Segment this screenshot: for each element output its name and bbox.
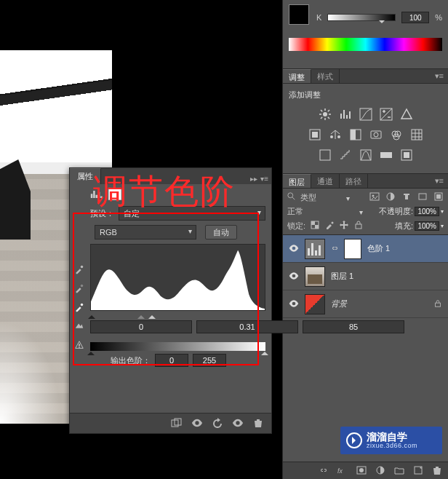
output-white-field[interactable] <box>193 354 226 367</box>
black-eyedropper-icon[interactable] <box>74 264 84 276</box>
sample-icon[interactable] <box>74 321 84 333</box>
layer-lock-icon[interactable] <box>433 299 442 309</box>
layer-row-bg[interactable]: 背景 <box>283 290 448 318</box>
properties-tab[interactable]: 属性 <box>70 168 101 184</box>
input-gamma-field[interactable] <box>196 320 298 333</box>
layer-row-levels[interactable]: 色阶 1 <box>283 235 448 263</box>
layer-thumb-bg[interactable] <box>305 294 325 314</box>
visibility-toggle[interactable] <box>289 272 299 282</box>
posterize-icon[interactable] <box>339 149 352 163</box>
input-white-field[interactable] <box>303 320 404 333</box>
panel-menu-icon[interactable]: ▾≡ <box>260 175 268 183</box>
k-slider[interactable] <box>327 14 396 21</box>
warning-icon <box>74 340 84 352</box>
fx-icon[interactable]: fx <box>337 465 348 477</box>
panel-collapse-icon[interactable]: ▸▸ <box>250 175 257 183</box>
adjust-panel-menu-icon[interactable]: ▾≡ <box>431 69 448 83</box>
background-swatch[interactable] <box>294 9 314 30</box>
adjustment-layer-icon[interactable] <box>375 465 385 477</box>
histogram <box>90 244 265 311</box>
layers-panel-menu-icon[interactable]: ▾≡ <box>431 174 448 188</box>
fill-field[interactable] <box>415 221 439 231</box>
foreground-swatch[interactable] <box>289 4 309 25</box>
gray-eyedropper-icon[interactable] <box>74 283 84 295</box>
tab-channels[interactable]: 通道 <box>311 174 340 188</box>
exposure-icon[interactable] <box>380 108 393 122</box>
clip-icon[interactable] <box>171 418 183 429</box>
trash-icon[interactable] <box>252 418 264 429</box>
opacity-field[interactable] <box>415 207 439 216</box>
layer-row-1[interactable]: 图层 1 <box>283 263 448 290</box>
lock-all-icon[interactable] <box>353 220 364 231</box>
visibility-icon[interactable] <box>232 418 244 429</box>
brightness-icon[interactable] <box>319 108 332 122</box>
delete-layer-icon[interactable] <box>432 465 442 477</box>
new-layer-icon[interactable] <box>413 465 423 477</box>
auto-button[interactable]: 自动 <box>205 225 237 239</box>
channelmixer-icon[interactable] <box>390 128 403 143</box>
svg-point-25 <box>374 132 378 137</box>
bw-icon[interactable] <box>349 128 362 143</box>
tab-styles[interactable]: 样式 <box>311 69 340 83</box>
vibrance-icon[interactable] <box>400 108 413 122</box>
spectrum-bar[interactable] <box>289 38 442 51</box>
input-black-field[interactable] <box>90 320 192 333</box>
filter-image-icon[interactable] <box>369 191 380 203</box>
white-eyedropper-icon[interactable] <box>74 302 84 314</box>
lock-trans-icon[interactable] <box>310 220 320 231</box>
reset-icon[interactable] <box>212 418 223 429</box>
lock-paint-icon[interactable] <box>324 220 335 231</box>
output-gradient[interactable] <box>90 342 265 351</box>
link-layers-icon[interactable] <box>319 465 329 477</box>
photofilter-icon[interactable] <box>369 128 383 143</box>
blend-mode-select[interactable]: 正常 <box>287 206 367 217</box>
levels-icon <box>90 189 105 202</box>
layer-name[interactable]: 色阶 1 <box>367 243 390 254</box>
input-white-handle[interactable] <box>148 312 156 319</box>
group-icon[interactable] <box>394 465 404 477</box>
visibility-toggle[interactable] <box>289 244 299 254</box>
colorlookup-icon[interactable] <box>410 128 423 143</box>
lock-move-icon[interactable] <box>339 220 349 231</box>
input-slider-track[interactable] <box>90 310 265 319</box>
k-value[interactable] <box>401 12 429 23</box>
invert-icon[interactable] <box>319 149 332 163</box>
layer-thumb-levels[interactable] <box>305 239 325 259</box>
layer-mask-thumb[interactable] <box>344 239 361 259</box>
preset-select[interactable]: 自定 <box>119 206 265 221</box>
mask-thumb-icon[interactable] <box>108 189 122 202</box>
output-black-field[interactable] <box>155 354 188 367</box>
filter-shape-icon[interactable] <box>417 191 428 203</box>
selectivecolor-icon[interactable] <box>400 149 413 163</box>
watermark: 溜溜自学 zixue.3d66.com <box>340 427 442 454</box>
levels-adj-icon[interactable] <box>339 108 352 122</box>
layer-name[interactable]: 背景 <box>331 298 347 309</box>
input-black-handle[interactable] <box>88 312 95 319</box>
colorbalance-icon[interactable] <box>329 128 342 143</box>
svg-line-16 <box>327 110 329 111</box>
channel-select[interactable]: RGB <box>95 225 196 239</box>
svg-point-39 <box>372 195 375 197</box>
view-previous-icon[interactable] <box>191 418 203 429</box>
gradientmap-icon[interactable] <box>380 149 393 163</box>
mask-icon[interactable] <box>356 465 367 477</box>
hue-icon[interactable] <box>308 128 321 143</box>
threshold-icon[interactable] <box>359 149 372 163</box>
layer-name[interactable]: 图层 1 <box>331 271 353 282</box>
svg-text:fx: fx <box>337 467 343 474</box>
filter-type-icon[interactable] <box>401 191 412 203</box>
input-gamma-handle[interactable] <box>137 312 145 319</box>
visibility-toggle[interactable] <box>289 299 299 309</box>
color-mode-label: K <box>316 13 321 22</box>
filter-smart-icon[interactable] <box>433 191 444 203</box>
tab-paths[interactable]: 路径 <box>340 174 368 188</box>
filter-adjust-icon[interactable] <box>385 191 396 203</box>
filter-kind-select[interactable]: 类型 <box>300 192 354 203</box>
filter-search-icon[interactable] <box>287 192 296 202</box>
output-black-handle[interactable] <box>87 348 95 355</box>
layer-thumb-image[interactable] <box>305 266 325 287</box>
output-white-handle[interactable] <box>261 348 268 355</box>
curves-icon[interactable] <box>359 108 372 122</box>
tab-layers[interactable]: 图层 <box>283 174 311 188</box>
tab-adjustments[interactable]: 调整 <box>283 69 311 83</box>
